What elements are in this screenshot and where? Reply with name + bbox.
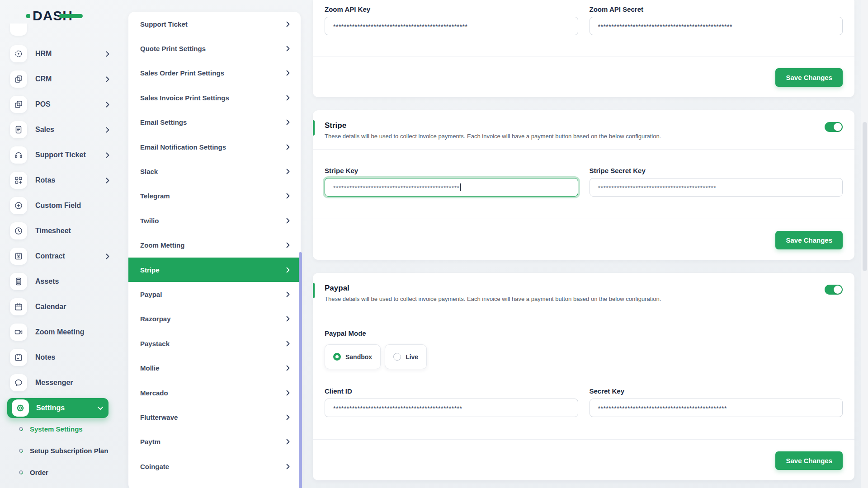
settings-nav-item-sales-order-print-settings[interactable]: Sales Order Print Settings — [128, 61, 301, 85]
settings-nav-item-label: Email Notification Settings — [140, 143, 286, 151]
secret-key-input[interactable]: ****************************************… — [590, 399, 843, 417]
stripe-key-input[interactable]: ****************************************… — [325, 178, 578, 197]
sidebar-item-label: Support Ticket — [35, 151, 106, 159]
save-changes-button[interactable]: Save Changes — [775, 231, 843, 249]
sidebar-subitem-system-settings[interactable]: System Settings — [0, 418, 118, 440]
paypal-settings-card: Paypal These details will be used to col… — [313, 273, 854, 480]
sidebar-item-label: Rotas — [35, 176, 106, 184]
settings-nav-item-email-settings[interactable]: Email Settings — [128, 110, 301, 135]
zoom-api-secret-input[interactable]: ****************************************… — [590, 17, 843, 35]
headset-icon — [10, 146, 27, 164]
zoom-card-footer: Save Changes — [313, 56, 854, 97]
sidebar-item-messenger[interactable]: Messenger — [0, 370, 118, 395]
stripe-toggle[interactable] — [825, 122, 843, 132]
chevron-right-icon — [286, 21, 290, 27]
stripe-card-description: These details will be used to collect in… — [325, 133, 843, 140]
stripe-secret-key-input[interactable]: ****************************************… — [590, 178, 843, 197]
settings-nav-item-label: Email Settings — [140, 118, 286, 126]
sidebar-subitem-order[interactable]: Order — [0, 461, 118, 483]
sidebar-item-crm[interactable]: CRM — [0, 66, 118, 92]
sidebar-item-zoom-meeting[interactable]: Zoom Meeting — [0, 319, 118, 345]
settings-nav-item-label: Mollie — [140, 364, 286, 372]
stripe-card-title: Stripe — [325, 121, 843, 130]
sidebar-nav: HRMCRMPOSSalesSupport TicketRotasCustom … — [0, 41, 118, 483]
sidebar-item-label: Contract — [35, 252, 106, 260]
sidebar-item-support-ticket[interactable]: Support Ticket — [0, 142, 118, 168]
stripe-card-header: Stripe These details will be used to col… — [313, 110, 854, 149]
sidebar-item-notes[interactable]: Notes — [0, 345, 118, 370]
sidebar-subitem-label: System Settings — [30, 425, 83, 433]
settings-nav-item-telegram[interactable]: Telegram — [128, 184, 301, 208]
settings-nav-item-quote-print-settings[interactable]: Quote Print Settings — [128, 36, 301, 61]
masked-value: ****************************************… — [333, 23, 467, 30]
save-changes-button[interactable]: Save Changes — [775, 68, 843, 87]
chevron-right-icon — [286, 119, 290, 125]
page-scrollbar-thumb[interactable] — [863, 122, 867, 271]
chevron-right-icon — [286, 390, 290, 396]
masked-value: ****************************************… — [598, 23, 732, 30]
chevron-right-icon — [106, 178, 109, 183]
chevron-right-icon — [286, 144, 290, 150]
sidebar-subitem-setup-subscription-plan[interactable]: Setup Subscription Plan — [0, 440, 118, 461]
field-label: Zoom API Secret — [590, 5, 843, 13]
sidebar-item-pos[interactable]: POS — [0, 92, 118, 117]
sidebar-item-assets[interactable]: Assets — [0, 269, 118, 294]
app-logo[interactable]: DASH — [26, 8, 83, 23]
settings-nav-item-paypal[interactable]: Paypal — [128, 282, 301, 306]
settings-nav-item-mollie[interactable]: Mollie — [128, 356, 301, 380]
settings-nav-item-support-ticket[interactable]: Support Ticket — [128, 12, 301, 36]
page-scrollbar[interactable] — [861, 0, 868, 488]
calculator-icon — [10, 273, 27, 290]
paypal-toggle[interactable] — [825, 285, 843, 295]
radio-selected-icon[interactable] — [333, 353, 341, 361]
settings-nav-item-label: Stripe — [140, 266, 286, 274]
sidebar-item-timesheet[interactable]: Timesheet — [0, 218, 118, 244]
sidebar-item-custom-field[interactable]: Custom Field — [0, 193, 118, 218]
paypal-card-footer: Save Changes — [313, 440, 854, 480]
radio-unselected-icon[interactable] — [393, 353, 401, 361]
settings-nav-item-stripe[interactable]: Stripe — [128, 258, 301, 282]
settings-nav-item-twilio[interactable]: Twilio — [128, 208, 301, 233]
sidebar-item-sales[interactable]: Sales — [0, 117, 118, 142]
settings-nav-item-email-notification-settings[interactable]: Email Notification Settings — [128, 135, 301, 159]
settings-nav-item-slack[interactable]: Slack — [128, 159, 301, 183]
settings-nav-item-mercado[interactable]: Mercado — [128, 380, 301, 405]
field-label: Secret Key — [590, 387, 843, 395]
chevron-right-icon — [286, 267, 290, 273]
paypal-mode-radio-group: SandboxLive — [325, 344, 843, 369]
settings-nav-item-label: Telegram — [140, 192, 286, 200]
radio-label: Sandbox — [345, 353, 372, 361]
paypal-card-description: These details will be used to collect in… — [325, 296, 843, 303]
settings-nav-item-coingate[interactable]: Coingate — [128, 454, 301, 479]
sidebar-item-rotas[interactable]: Rotas — [0, 168, 118, 193]
radio-option-live[interactable]: Live — [385, 344, 427, 369]
settings-nav-item-razorpay[interactable]: Razorpay — [128, 307, 301, 331]
settings-nav-item-paytm[interactable]: Paytm — [128, 430, 301, 454]
settings-nav-item-label: Quote Print Settings — [140, 45, 286, 52]
bullet-icon — [18, 469, 24, 475]
settings-panel-scrollbar[interactable] — [299, 252, 302, 488]
video-icon — [10, 324, 27, 341]
form-field-zoom-api-key: Zoom API Key****************************… — [325, 5, 578, 35]
circle-plus-icon — [10, 197, 27, 214]
settings-nav-item-label: Paytm — [140, 438, 286, 446]
zoom-api-key-input[interactable]: ****************************************… — [325, 17, 578, 35]
sidebar-item-hrm[interactable]: HRM — [0, 41, 118, 66]
crm-icon — [10, 70, 27, 88]
form-field-client-id: Client ID*******************************… — [325, 387, 578, 417]
sidebar-item-contract[interactable]: Contract — [0, 244, 118, 269]
settings-nav-item-sales-invoice-print-settings[interactable]: Sales Invoice Print Settings — [128, 85, 301, 110]
client-id-input[interactable]: ****************************************… — [325, 399, 578, 417]
sidebar-item-label: Messenger — [35, 379, 109, 387]
scrolled-partial-item — [10, 23, 27, 36]
radio-option-sandbox[interactable]: Sandbox — [325, 344, 381, 369]
settings-nav-item-paystack[interactable]: Paystack — [128, 331, 301, 356]
paypal-field-grid: Client ID*******************************… — [325, 387, 843, 417]
save-changes-button[interactable]: Save Changes — [775, 451, 843, 470]
sidebar-item-calendar[interactable]: Calendar — [0, 294, 118, 319]
chevron-right-icon — [286, 365, 290, 371]
settings-nav-item-flutterwave[interactable]: Flutterwave — [128, 405, 301, 429]
settings-nav-item-zoom-metting[interactable]: Zoom Metting — [128, 233, 301, 258]
sidebar-item-settings[interactable]: Settings — [7, 398, 108, 418]
settings-nav-item-skrill[interactable]: Skrill — [128, 479, 301, 488]
